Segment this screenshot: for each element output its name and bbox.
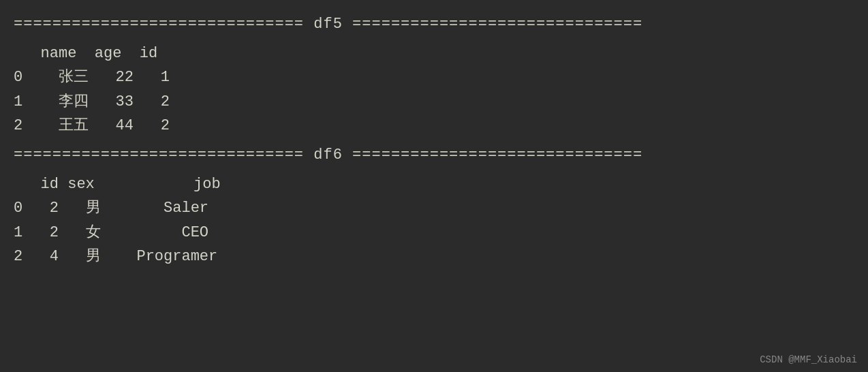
terminal: ============================== df5 =====…: [0, 0, 868, 372]
df6-table: id sex job 0 2 男 Saler 1 2 女 CEO 2 4 男 P…: [14, 172, 854, 268]
df5-row-0-data: 张三 22 1: [22, 65, 170, 89]
watermark: CSDN @MMF_Xiaobai: [760, 354, 857, 365]
df6-header-row: id sex job: [14, 172, 854, 196]
df5-divider: ============================== df5 =====…: [14, 12, 854, 36]
df6-row-1-index: 1: [14, 221, 22, 245]
df5-header-row: name age id: [14, 42, 854, 65]
table-row: 0 张三 22 1: [14, 65, 854, 89]
table-row: 1 2 女 CEO: [14, 221, 854, 245]
df6-header: id sex job: [14, 172, 221, 196]
df6-row-1-data: 2 女 CEO: [22, 221, 208, 245]
df5-row-1-index: 1: [14, 90, 22, 114]
table-row: 2 王五 44 2: [14, 114, 854, 138]
table-row: 0 2 男 Saler: [14, 196, 854, 220]
df5-row-1-data: 李四 33 2: [22, 90, 170, 114]
table-row: 2 4 男 Programer: [14, 245, 854, 268]
df5-header: name age id: [14, 42, 157, 65]
df5-table: name age id 0 张三 22 1 1 李四 33 2 2 王五 44 …: [14, 42, 854, 138]
df5-row-2-data: 王五 44 2: [22, 114, 170, 138]
df6-row-2-index: 2: [14, 245, 22, 268]
df6-row-0-index: 0: [14, 196, 22, 220]
df5-row-2-index: 2: [14, 114, 22, 138]
df6-divider: ============================== df6 =====…: [14, 143, 854, 167]
table-row: 1 李四 33 2: [14, 90, 854, 114]
df5-row-0-index: 0: [14, 65, 22, 89]
df6-row-0-data: 2 男 Saler: [22, 196, 208, 220]
df6-row-2-data: 4 男 Programer: [22, 245, 217, 268]
